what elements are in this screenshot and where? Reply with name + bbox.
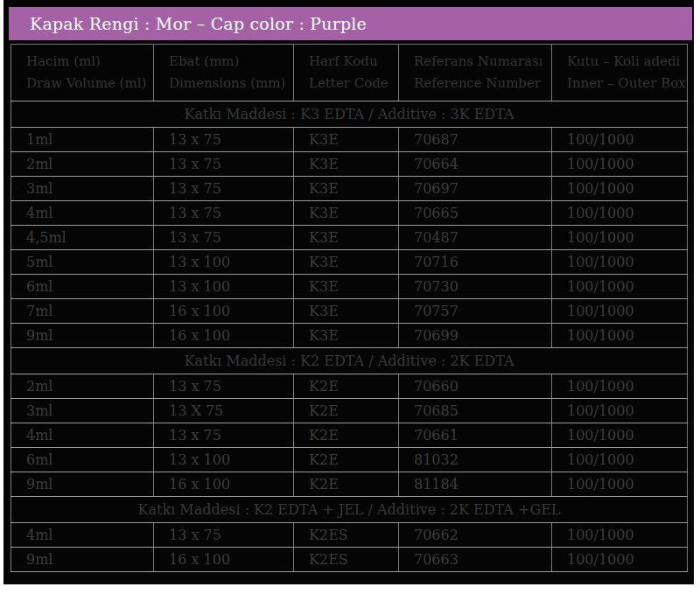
cell-letter-code: K3E xyxy=(294,128,399,152)
table-row: 7ml16 x 100K3E70757100/1000 xyxy=(11,299,688,324)
col-header-letter-code-tr: Harf Kodu xyxy=(309,51,398,73)
cell-letter-code: K3E xyxy=(294,299,399,324)
cell-volume: 7ml xyxy=(11,299,154,324)
cell-dimensions: 13 x 75 xyxy=(154,201,294,226)
tube-spec-table: Hacim (ml) Draw Volume (ml) Ebat (mm) Di… xyxy=(10,44,688,572)
cell-dimensions: 13 X 75 xyxy=(154,399,294,423)
cell-reference: 70661 xyxy=(399,423,552,448)
table-header: Hacim (ml) Draw Volume (ml) Ebat (mm) Di… xyxy=(11,45,688,101)
table-row: 4,5ml13 x 75K3E70487100/1000 xyxy=(11,226,688,250)
cell-box-count: 100/1000 xyxy=(552,399,688,423)
cell-letter-code: K3E xyxy=(294,324,399,348)
cell-reference: 70697 xyxy=(399,177,552,201)
cell-dimensions: 16 x 100 xyxy=(154,548,294,572)
cell-volume: 6ml xyxy=(11,275,154,299)
table-row: 4ml13 x 75K3E70665100/1000 xyxy=(11,201,688,226)
cell-dimensions: 16 x 100 xyxy=(154,472,294,497)
product-spec-panel: Kapak Rengi : Mor – Cap color : Purple H… xyxy=(4,0,694,584)
cell-dimensions: 16 x 100 xyxy=(154,324,294,348)
col-header-box-count-en: Inner – Outer Box xyxy=(567,73,687,94)
cell-volume: 3ml xyxy=(11,399,154,423)
table-row: 4ml13 x 75K2E70661100/1000 xyxy=(11,423,688,448)
table-row: 3ml13 X 75K2E70685100/1000 xyxy=(11,399,688,423)
cell-reference: 70687 xyxy=(399,128,552,152)
table-body: Katkı Maddesi : K3 EDTA / Additive : 3K … xyxy=(11,101,688,572)
cell-volume: 6ml xyxy=(11,448,154,472)
table-row: 9ml16 x 100K2E81184100/1000 xyxy=(11,472,688,497)
cell-letter-code: K3E xyxy=(294,226,399,250)
cell-reference: 70716 xyxy=(399,250,552,275)
cell-box-count: 100/1000 xyxy=(552,324,688,348)
cell-reference: 70664 xyxy=(399,152,552,177)
cell-box-count: 100/1000 xyxy=(552,374,688,399)
cell-reference: 70685 xyxy=(399,399,552,423)
cell-dimensions: 13 x 100 xyxy=(154,275,294,299)
table-row: 6ml13 x 100K3E70730100/1000 xyxy=(11,275,688,299)
cell-box-count: 100/1000 xyxy=(552,523,688,548)
cell-volume: 2ml xyxy=(11,152,154,177)
cell-box-count: 100/1000 xyxy=(552,299,688,324)
cell-letter-code: K3E xyxy=(294,275,399,299)
cell-volume: 9ml xyxy=(11,472,154,497)
cell-letter-code: K3E xyxy=(294,152,399,177)
section-row: Katkı Maddesi : K2 EDTA + JEL / Additive… xyxy=(11,497,688,523)
cell-dimensions: 13 x 100 xyxy=(154,448,294,472)
section-title: Katkı Maddesi : K2 EDTA + JEL / Additive… xyxy=(11,497,688,523)
col-header-dimensions-en: Dimensions (mm) xyxy=(169,73,293,94)
col-header-volume: Hacim (ml) Draw Volume (ml) xyxy=(11,45,154,101)
cell-box-count: 100/1000 xyxy=(552,250,688,275)
cell-box-count: 100/1000 xyxy=(552,177,688,201)
col-header-box-count-tr: Kutu – Koli adedi xyxy=(567,51,687,73)
header-row: Hacim (ml) Draw Volume (ml) Ebat (mm) Di… xyxy=(11,45,688,101)
col-header-reference-tr: Referans Numarası xyxy=(414,51,551,73)
table-row: 4ml13 x 75K2ES70662100/1000 xyxy=(11,523,688,548)
cell-dimensions: 13 x 75 xyxy=(154,152,294,177)
cell-letter-code: K3E xyxy=(294,177,399,201)
cell-box-count: 100/1000 xyxy=(552,128,688,152)
section-row: Katkı Maddesi : K3 EDTA / Additive : 3K … xyxy=(11,101,688,128)
cell-reference: 70730 xyxy=(399,275,552,299)
cell-volume: 4ml xyxy=(11,201,154,226)
cell-reference: 70662 xyxy=(399,523,552,548)
cell-letter-code: K2E xyxy=(294,399,399,423)
col-header-reference-en: Reference Number xyxy=(414,73,551,94)
cell-letter-code: K2ES xyxy=(294,523,399,548)
col-header-volume-en: Draw Volume (ml) xyxy=(26,73,153,94)
cell-dimensions: 13 x 75 xyxy=(154,423,294,448)
cell-letter-code: K2E xyxy=(294,472,399,497)
cell-volume: 9ml xyxy=(11,548,154,572)
cell-letter-code: K2E xyxy=(294,448,399,472)
col-header-dimensions-tr: Ebat (mm) xyxy=(169,51,293,73)
table-row: 6ml13 x 100K2E81032100/1000 xyxy=(11,448,688,472)
cell-box-count: 100/1000 xyxy=(552,275,688,299)
cell-reference: 81032 xyxy=(399,448,552,472)
table-row: 2ml13 x 75K3E70664100/1000 xyxy=(11,152,688,177)
col-header-reference: Referans Numarası Reference Number xyxy=(399,45,552,101)
section-title: Katkı Maddesi : K3 EDTA / Additive : 3K … xyxy=(11,101,688,128)
section-row: Katkı Maddesi : K2 EDTA / Additive : 2K … xyxy=(11,348,688,374)
cell-reference: 70699 xyxy=(399,324,552,348)
table-row: 9ml16 x 100K2ES70663100/1000 xyxy=(11,548,688,572)
cell-dimensions: 13 x 75 xyxy=(154,226,294,250)
col-header-letter-code-en: Letter Code xyxy=(309,73,398,94)
table-row: 2ml13 x 75K2E70660100/1000 xyxy=(11,374,688,399)
cell-reference: 70663 xyxy=(399,548,552,572)
cap-color-banner: Kapak Rengi : Mor – Cap color : Purple xyxy=(9,7,692,40)
cell-dimensions: 13 x 100 xyxy=(154,250,294,275)
cell-letter-code: K2ES xyxy=(294,548,399,572)
cell-volume: 4ml xyxy=(11,423,154,448)
cell-volume: 1ml xyxy=(11,128,154,152)
cell-reference: 70665 xyxy=(399,201,552,226)
cell-box-count: 100/1000 xyxy=(552,548,688,572)
table-row: 1ml13 x 75K3E70687100/1000 xyxy=(11,128,688,152)
cell-volume: 3ml xyxy=(11,177,154,201)
cell-letter-code: K3E xyxy=(294,201,399,226)
cell-reference: 70757 xyxy=(399,299,552,324)
cell-volume: 9ml xyxy=(11,324,154,348)
cell-volume: 4,5ml xyxy=(11,226,154,250)
table-row: 9ml16 x 100K3E70699100/1000 xyxy=(11,324,688,348)
cell-box-count: 100/1000 xyxy=(552,201,688,226)
cell-letter-code: K3E xyxy=(294,250,399,275)
col-header-box-count: Kutu – Koli adedi Inner – Outer Box xyxy=(552,45,688,101)
cell-volume: 2ml xyxy=(11,374,154,399)
